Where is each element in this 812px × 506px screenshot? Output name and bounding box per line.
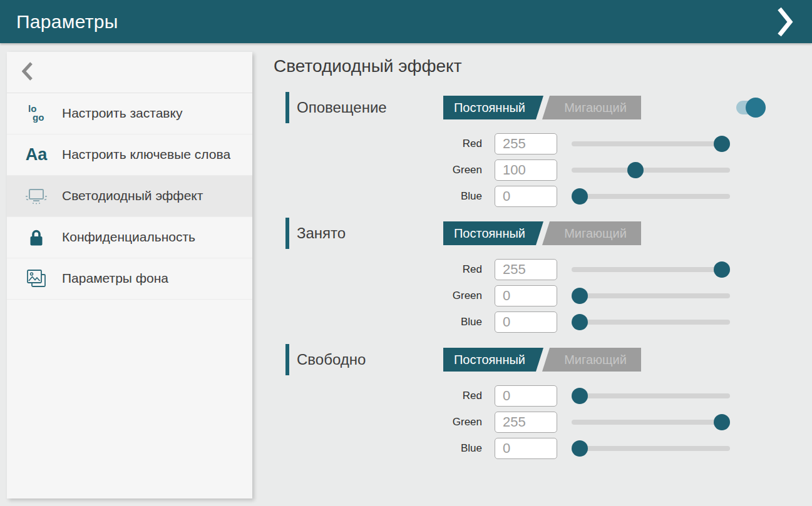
page-title: Светодиодный эффект xyxy=(274,56,812,76)
blue-value-input[interactable] xyxy=(495,186,557,207)
sidebar-item-privacy[interactable]: Конфиденциальность xyxy=(7,217,252,258)
section-accent-bar xyxy=(285,344,289,375)
color-label: Green xyxy=(274,290,495,302)
green-value-input[interactable] xyxy=(495,285,557,306)
slider-track[interactable] xyxy=(572,393,730,398)
sidebar-item-label: Конфиденциальность xyxy=(62,229,202,245)
color-row-green: Green xyxy=(274,159,812,181)
background-images-icon xyxy=(22,268,51,290)
sidebar-collapse-button[interactable] xyxy=(7,52,252,93)
slider-thumb[interactable] xyxy=(572,188,588,205)
color-row-green: Green xyxy=(274,412,812,433)
slider-track[interactable] xyxy=(572,141,730,146)
mode-segmented-control: Постоянный Мигающий xyxy=(443,96,641,119)
sidebar-item-led-effect[interactable]: Светодиодный эффект xyxy=(7,176,252,217)
slider-thumb[interactable] xyxy=(572,314,588,330)
slider-thumb[interactable] xyxy=(714,261,730,278)
section-notification: Оповещение Постоянный Мигающий Red Green xyxy=(274,92,812,212)
red-slider[interactable] xyxy=(572,259,730,280)
red-slider[interactable] xyxy=(572,385,730,407)
red-slider[interactable] xyxy=(572,133,730,154)
section-title: Оповещение xyxy=(297,99,387,116)
color-row-blue: Blue xyxy=(274,438,812,459)
sidebar-item-label: Настроить ключевые слова xyxy=(62,146,237,163)
slider-track[interactable] xyxy=(572,267,730,272)
top-app-bar: Параметры xyxy=(0,0,812,43)
color-label: Green xyxy=(274,416,495,428)
mode-option-constant[interactable]: Постоянный xyxy=(443,348,543,372)
mode-segmented-control: Постоянный Мигающий xyxy=(443,348,641,372)
keywords-icon: Aa xyxy=(22,145,51,164)
mode-option-constant[interactable]: Постоянный xyxy=(443,96,543,119)
led-effect-panel: Светодиодный эффект Оповещение Постоянны… xyxy=(274,56,812,506)
mode-segmented-control: Постоянный Мигающий xyxy=(443,221,641,245)
section-busy: Занято Постоянный Мигающий Red Green xyxy=(274,218,812,338)
chevron-left-icon xyxy=(22,62,33,83)
mode-option-constant[interactable]: Постоянный xyxy=(443,221,543,245)
color-row-blue: Blue xyxy=(274,186,812,207)
section-accent-bar xyxy=(285,92,289,123)
blue-value-input[interactable] xyxy=(495,438,557,459)
settings-sidebar: lo go Настроить заставку Aa Настроить кл… xyxy=(7,52,252,498)
slider-track[interactable] xyxy=(572,320,730,325)
sidebar-item-background[interactable]: Параметры фона xyxy=(7,258,252,300)
green-slider[interactable] xyxy=(572,285,730,306)
color-row-red: Red xyxy=(274,385,812,407)
sidebar-item-keywords[interactable]: Aa Настроить ключевые слова xyxy=(7,134,252,176)
lock-icon xyxy=(22,228,51,247)
slider-thumb[interactable] xyxy=(572,388,588,404)
section-title: Занято xyxy=(297,225,346,242)
led-effect-icon xyxy=(22,188,51,205)
slider-thumb[interactable] xyxy=(572,440,588,457)
slider-thumb[interactable] xyxy=(714,136,730,152)
logo-icon: lo go xyxy=(22,103,51,125)
color-row-red: Red xyxy=(274,259,812,280)
chevron-right-icon[interactable] xyxy=(774,7,796,37)
switch-knob xyxy=(746,98,766,118)
app-title: Параметры xyxy=(16,11,118,33)
section-free: Свободно Постоянный Мигающий Red Green xyxy=(274,344,812,464)
red-value-input[interactable] xyxy=(495,259,557,280)
blue-slider[interactable] xyxy=(572,186,730,207)
section-title: Свободно xyxy=(297,351,366,368)
green-slider[interactable] xyxy=(572,412,730,433)
blue-slider[interactable] xyxy=(572,438,730,459)
sidebar-item-label: Светодиодный эффект xyxy=(62,188,209,204)
slider-track[interactable] xyxy=(572,420,730,425)
sidebar-item-screensaver[interactable]: lo go Настроить заставку xyxy=(7,93,252,134)
red-value-input[interactable] xyxy=(495,133,557,154)
slider-thumb[interactable] xyxy=(714,414,730,430)
slider-track[interactable] xyxy=(572,168,730,173)
slider-track[interactable] xyxy=(572,446,730,451)
slider-track[interactable] xyxy=(572,293,730,298)
color-row-green: Green xyxy=(274,285,812,306)
sidebar-item-label: Настроить заставку xyxy=(62,105,188,121)
mode-option-blinking[interactable]: Мигающий xyxy=(542,96,641,119)
color-label: Blue xyxy=(274,316,495,328)
slider-track[interactable] xyxy=(572,194,730,199)
color-label: Blue xyxy=(274,190,495,203)
color-row-red: Red xyxy=(274,133,812,154)
color-label: Red xyxy=(274,138,495,150)
blue-slider[interactable] xyxy=(572,311,730,333)
green-value-input[interactable] xyxy=(495,412,557,433)
color-row-blue: Blue xyxy=(274,311,812,333)
mode-option-blinking[interactable]: Мигающий xyxy=(542,221,641,245)
blue-value-input[interactable] xyxy=(495,311,557,333)
color-label: Red xyxy=(274,390,495,402)
green-value-input[interactable] xyxy=(495,159,557,181)
color-label: Green xyxy=(274,164,495,176)
mode-option-blinking[interactable]: Мигающий xyxy=(542,348,641,372)
slider-thumb[interactable] xyxy=(572,288,588,304)
section-accent-bar xyxy=(285,218,289,249)
slider-thumb[interactable] xyxy=(627,162,644,178)
sidebar-item-label: Параметры фона xyxy=(62,270,175,286)
notification-toggle-switch[interactable] xyxy=(736,101,763,114)
color-label: Red xyxy=(274,263,495,276)
red-value-input[interactable] xyxy=(495,385,557,407)
color-label: Blue xyxy=(274,442,495,455)
green-slider[interactable] xyxy=(572,159,730,181)
